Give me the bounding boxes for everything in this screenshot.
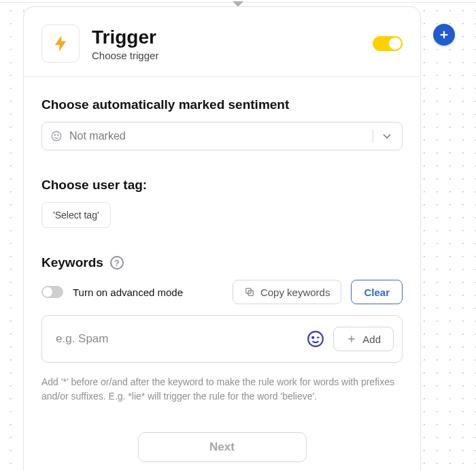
copy-icon	[244, 287, 255, 297]
keywords-label: Keywords	[41, 255, 103, 270]
trigger-enable-toggle[interactable]	[373, 36, 403, 51]
user-tag-label: Choose user tag:	[41, 178, 403, 193]
toggle-knob	[389, 37, 401, 50]
next-label: Next	[209, 440, 235, 453]
select-separator	[373, 129, 373, 143]
plus-icon	[438, 29, 450, 41]
emoji-picker-button[interactable]	[306, 329, 325, 348]
user-tag-select[interactable]: 'Select tag'	[41, 202, 111, 228]
clear-button[interactable]: Clear	[351, 280, 403, 304]
svg-point-1	[54, 135, 55, 135]
chevron-down-icon	[380, 129, 394, 143]
bolt-icon	[51, 34, 70, 53]
next-button[interactable]: Next	[138, 432, 307, 462]
page-title: Trigger	[92, 26, 158, 49]
svg-point-0	[52, 131, 61, 141]
header-text: Trigger Choose trigger	[92, 26, 158, 62]
smiley-icon	[50, 130, 63, 142]
add-label: Add	[362, 334, 381, 345]
floating-add-button[interactable]	[433, 24, 455, 46]
card-header: Trigger Choose trigger	[24, 7, 420, 76]
advanced-mode-label: Turn on advanced mode	[73, 287, 223, 298]
help-icon[interactable]: ?	[110, 256, 124, 270]
svg-point-2	[58, 135, 58, 135]
plus-icon	[346, 334, 357, 344]
copy-keywords-label: Copy keywords	[260, 287, 330, 298]
keyword-hint: Add '*' before or/and after the keyword …	[41, 375, 403, 404]
svg-point-6	[312, 337, 313, 338]
svg-point-5	[308, 331, 323, 346]
toggle-knob	[43, 287, 52, 297]
wink-emoji-icon	[307, 330, 324, 348]
sentiment-select[interactable]: Not marked	[41, 122, 403, 150]
sentiment-value: Not marked	[69, 130, 126, 142]
clear-label: Clear	[364, 287, 390, 298]
trigger-icon-box	[41, 25, 80, 63]
keyword-input-box: Add	[41, 315, 403, 363]
page-subtitle: Choose trigger	[92, 50, 158, 61]
trigger-card: Trigger Choose trigger Choose automatica…	[23, 6, 421, 471]
card-body: Choose automatically marked sentiment No…	[24, 77, 420, 471]
keyword-input[interactable]	[56, 332, 306, 346]
add-keyword-button[interactable]: Add	[333, 327, 394, 351]
advanced-mode-toggle[interactable]	[41, 286, 63, 298]
copy-keywords-button[interactable]: Copy keywords	[233, 280, 342, 304]
sentiment-label: Choose automatically marked sentiment	[41, 97, 403, 112]
